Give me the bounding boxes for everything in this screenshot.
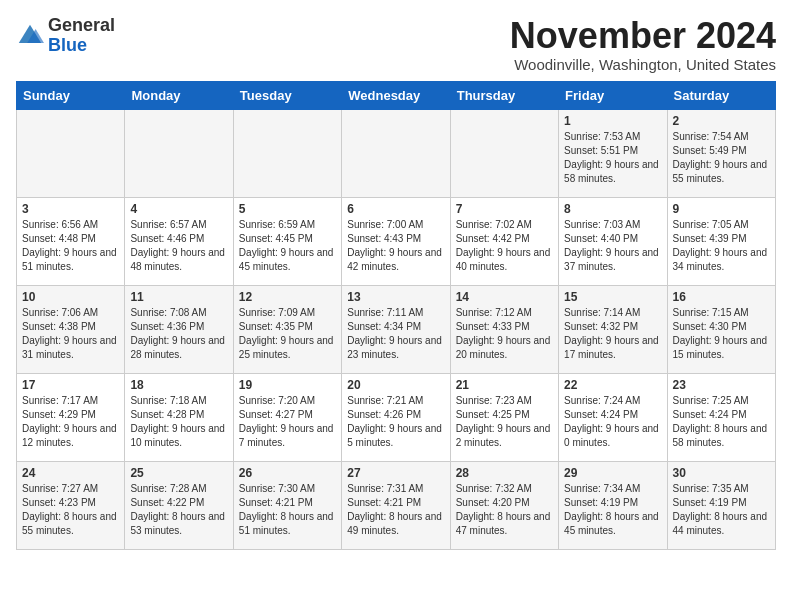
calendar-cell bbox=[125, 109, 233, 197]
calendar-cell: 15Sunrise: 7:14 AM Sunset: 4:32 PM Dayli… bbox=[559, 285, 667, 373]
day-number: 8 bbox=[564, 202, 661, 216]
weekday-header-saturday: Saturday bbox=[667, 81, 775, 109]
day-number: 23 bbox=[673, 378, 770, 392]
day-info: Sunrise: 7:20 AM Sunset: 4:27 PM Dayligh… bbox=[239, 394, 336, 450]
calendar-cell: 23Sunrise: 7:25 AM Sunset: 4:24 PM Dayli… bbox=[667, 373, 775, 461]
day-number: 18 bbox=[130, 378, 227, 392]
day-number: 22 bbox=[564, 378, 661, 392]
day-info: Sunrise: 7:24 AM Sunset: 4:24 PM Dayligh… bbox=[564, 394, 661, 450]
day-number: 4 bbox=[130, 202, 227, 216]
calendar-week-4: 17Sunrise: 7:17 AM Sunset: 4:29 PM Dayli… bbox=[17, 373, 776, 461]
calendar-cell: 6Sunrise: 7:00 AM Sunset: 4:43 PM Daylig… bbox=[342, 197, 450, 285]
calendar-cell: 24Sunrise: 7:27 AM Sunset: 4:23 PM Dayli… bbox=[17, 461, 125, 549]
day-info: Sunrise: 7:18 AM Sunset: 4:28 PM Dayligh… bbox=[130, 394, 227, 450]
calendar-cell bbox=[342, 109, 450, 197]
calendar-cell: 27Sunrise: 7:31 AM Sunset: 4:21 PM Dayli… bbox=[342, 461, 450, 549]
logo-blue: Blue bbox=[48, 36, 115, 56]
calendar-cell: 4Sunrise: 6:57 AM Sunset: 4:46 PM Daylig… bbox=[125, 197, 233, 285]
calendar-cell: 17Sunrise: 7:17 AM Sunset: 4:29 PM Dayli… bbox=[17, 373, 125, 461]
calendar-week-2: 3Sunrise: 6:56 AM Sunset: 4:48 PM Daylig… bbox=[17, 197, 776, 285]
day-info: Sunrise: 6:59 AM Sunset: 4:45 PM Dayligh… bbox=[239, 218, 336, 274]
page-header: General Blue November 2024 Woodinville, … bbox=[16, 16, 776, 73]
calendar-cell: 13Sunrise: 7:11 AM Sunset: 4:34 PM Dayli… bbox=[342, 285, 450, 373]
day-info: Sunrise: 7:14 AM Sunset: 4:32 PM Dayligh… bbox=[564, 306, 661, 362]
calendar-cell: 7Sunrise: 7:02 AM Sunset: 4:42 PM Daylig… bbox=[450, 197, 558, 285]
calendar-cell: 19Sunrise: 7:20 AM Sunset: 4:27 PM Dayli… bbox=[233, 373, 341, 461]
day-number: 6 bbox=[347, 202, 444, 216]
calendar-cell: 5Sunrise: 6:59 AM Sunset: 4:45 PM Daylig… bbox=[233, 197, 341, 285]
day-number: 27 bbox=[347, 466, 444, 480]
day-info: Sunrise: 7:28 AM Sunset: 4:22 PM Dayligh… bbox=[130, 482, 227, 538]
calendar-cell: 1Sunrise: 7:53 AM Sunset: 5:51 PM Daylig… bbox=[559, 109, 667, 197]
day-info: Sunrise: 7:30 AM Sunset: 4:21 PM Dayligh… bbox=[239, 482, 336, 538]
calendar-week-5: 24Sunrise: 7:27 AM Sunset: 4:23 PM Dayli… bbox=[17, 461, 776, 549]
day-number: 21 bbox=[456, 378, 553, 392]
day-number: 24 bbox=[22, 466, 119, 480]
day-info: Sunrise: 7:35 AM Sunset: 4:19 PM Dayligh… bbox=[673, 482, 770, 538]
day-number: 28 bbox=[456, 466, 553, 480]
calendar-cell: 22Sunrise: 7:24 AM Sunset: 4:24 PM Dayli… bbox=[559, 373, 667, 461]
logo-icon bbox=[16, 22, 44, 50]
calendar-week-3: 10Sunrise: 7:06 AM Sunset: 4:38 PM Dayli… bbox=[17, 285, 776, 373]
calendar-cell bbox=[450, 109, 558, 197]
day-number: 2 bbox=[673, 114, 770, 128]
month-title: November 2024 bbox=[510, 16, 776, 56]
weekday-header-friday: Friday bbox=[559, 81, 667, 109]
calendar-cell: 18Sunrise: 7:18 AM Sunset: 4:28 PM Dayli… bbox=[125, 373, 233, 461]
day-info: Sunrise: 7:06 AM Sunset: 4:38 PM Dayligh… bbox=[22, 306, 119, 362]
logo-general: General bbox=[48, 16, 115, 36]
weekday-header-thursday: Thursday bbox=[450, 81, 558, 109]
weekday-header-tuesday: Tuesday bbox=[233, 81, 341, 109]
calendar-cell: 28Sunrise: 7:32 AM Sunset: 4:20 PM Dayli… bbox=[450, 461, 558, 549]
calendar-cell: 20Sunrise: 7:21 AM Sunset: 4:26 PM Dayli… bbox=[342, 373, 450, 461]
day-number: 17 bbox=[22, 378, 119, 392]
title-section: November 2024 Woodinville, Washington, U… bbox=[510, 16, 776, 73]
day-info: Sunrise: 7:05 AM Sunset: 4:39 PM Dayligh… bbox=[673, 218, 770, 274]
day-number: 14 bbox=[456, 290, 553, 304]
calendar-cell: 3Sunrise: 6:56 AM Sunset: 4:48 PM Daylig… bbox=[17, 197, 125, 285]
weekday-header-wednesday: Wednesday bbox=[342, 81, 450, 109]
day-info: Sunrise: 7:15 AM Sunset: 4:30 PM Dayligh… bbox=[673, 306, 770, 362]
day-number: 13 bbox=[347, 290, 444, 304]
day-info: Sunrise: 7:27 AM Sunset: 4:23 PM Dayligh… bbox=[22, 482, 119, 538]
day-number: 10 bbox=[22, 290, 119, 304]
day-info: Sunrise: 7:09 AM Sunset: 4:35 PM Dayligh… bbox=[239, 306, 336, 362]
day-info: Sunrise: 7:02 AM Sunset: 4:42 PM Dayligh… bbox=[456, 218, 553, 274]
calendar-week-1: 1Sunrise: 7:53 AM Sunset: 5:51 PM Daylig… bbox=[17, 109, 776, 197]
day-info: Sunrise: 7:32 AM Sunset: 4:20 PM Dayligh… bbox=[456, 482, 553, 538]
day-number: 19 bbox=[239, 378, 336, 392]
day-number: 29 bbox=[564, 466, 661, 480]
calendar-table: SundayMondayTuesdayWednesdayThursdayFrid… bbox=[16, 81, 776, 550]
day-info: Sunrise: 7:11 AM Sunset: 4:34 PM Dayligh… bbox=[347, 306, 444, 362]
day-info: Sunrise: 7:25 AM Sunset: 4:24 PM Dayligh… bbox=[673, 394, 770, 450]
calendar-cell: 9Sunrise: 7:05 AM Sunset: 4:39 PM Daylig… bbox=[667, 197, 775, 285]
day-info: Sunrise: 7:53 AM Sunset: 5:51 PM Dayligh… bbox=[564, 130, 661, 186]
logo: General Blue bbox=[16, 16, 115, 56]
day-info: Sunrise: 7:17 AM Sunset: 4:29 PM Dayligh… bbox=[22, 394, 119, 450]
weekday-header-row: SundayMondayTuesdayWednesdayThursdayFrid… bbox=[17, 81, 776, 109]
calendar-cell: 21Sunrise: 7:23 AM Sunset: 4:25 PM Dayli… bbox=[450, 373, 558, 461]
calendar-cell: 11Sunrise: 7:08 AM Sunset: 4:36 PM Dayli… bbox=[125, 285, 233, 373]
day-info: Sunrise: 7:12 AM Sunset: 4:33 PM Dayligh… bbox=[456, 306, 553, 362]
day-number: 11 bbox=[130, 290, 227, 304]
day-number: 5 bbox=[239, 202, 336, 216]
day-number: 25 bbox=[130, 466, 227, 480]
day-number: 3 bbox=[22, 202, 119, 216]
day-info: Sunrise: 7:54 AM Sunset: 5:49 PM Dayligh… bbox=[673, 130, 770, 186]
day-number: 16 bbox=[673, 290, 770, 304]
calendar-cell: 12Sunrise: 7:09 AM Sunset: 4:35 PM Dayli… bbox=[233, 285, 341, 373]
calendar-cell: 29Sunrise: 7:34 AM Sunset: 4:19 PM Dayli… bbox=[559, 461, 667, 549]
day-info: Sunrise: 7:00 AM Sunset: 4:43 PM Dayligh… bbox=[347, 218, 444, 274]
calendar-cell: 26Sunrise: 7:30 AM Sunset: 4:21 PM Dayli… bbox=[233, 461, 341, 549]
calendar-cell: 16Sunrise: 7:15 AM Sunset: 4:30 PM Dayli… bbox=[667, 285, 775, 373]
day-info: Sunrise: 6:57 AM Sunset: 4:46 PM Dayligh… bbox=[130, 218, 227, 274]
day-info: Sunrise: 7:31 AM Sunset: 4:21 PM Dayligh… bbox=[347, 482, 444, 538]
day-info: Sunrise: 7:23 AM Sunset: 4:25 PM Dayligh… bbox=[456, 394, 553, 450]
calendar-cell bbox=[17, 109, 125, 197]
calendar-cell: 2Sunrise: 7:54 AM Sunset: 5:49 PM Daylig… bbox=[667, 109, 775, 197]
day-number: 7 bbox=[456, 202, 553, 216]
day-info: Sunrise: 7:03 AM Sunset: 4:40 PM Dayligh… bbox=[564, 218, 661, 274]
calendar-cell: 14Sunrise: 7:12 AM Sunset: 4:33 PM Dayli… bbox=[450, 285, 558, 373]
day-number: 30 bbox=[673, 466, 770, 480]
day-number: 26 bbox=[239, 466, 336, 480]
